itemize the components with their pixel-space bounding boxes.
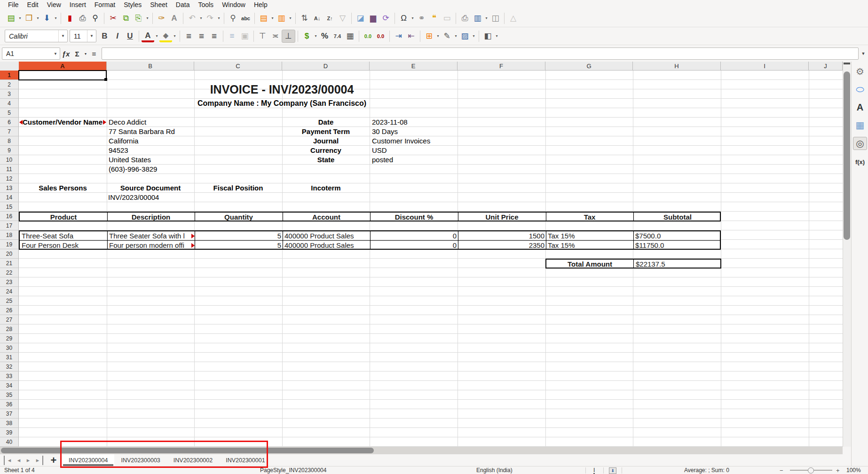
row-header[interactable]: 15 (0, 202, 19, 212)
print-area-icon[interactable]: ⎙ (458, 12, 471, 24)
row-header[interactable]: 29 (0, 334, 19, 343)
line2-subtotal-cell[interactable]: $11750.0 (635, 241, 664, 250)
fiscal-position-header-cell[interactable]: Fiscal Position (194, 183, 282, 193)
align-center-icon[interactable]: ≡ (195, 30, 208, 42)
column-header[interactable]: B (107, 62, 194, 71)
customer-street-cell[interactable]: 77 Santa Barbara Rd (109, 127, 175, 136)
delete-decimal-icon[interactable]: 0.0 (374, 30, 387, 42)
row-header[interactable]: 11 (0, 165, 19, 174)
row-header[interactable]: 1 (0, 71, 19, 80)
customer-phone-cell[interactable]: (603)-996-3829 (109, 165, 157, 174)
line1-unit-price-cell[interactable]: 1500 (458, 231, 544, 241)
row-header[interactable]: 26 (0, 306, 19, 315)
underline-icon[interactable]: U (124, 30, 136, 42)
formula-equals-icon[interactable]: = (88, 48, 100, 59)
row-header[interactable]: 13 (0, 183, 19, 193)
insert-column-icon[interactable]: ▥ (275, 12, 288, 24)
row-header[interactable]: 19 (0, 240, 19, 249)
menu-item[interactable]: Format (90, 0, 119, 9)
unit-price-header-cell[interactable]: Unit Price (458, 213, 546, 222)
line2-discount-cell[interactable]: 0 (370, 241, 457, 250)
customer-zip-cell[interactable]: 94523 (109, 146, 128, 155)
gallery-icon[interactable]: ▦ (853, 119, 867, 131)
previous-sheet-icon[interactable]: ◂ (14, 456, 24, 465)
font-name-dropdown-icon[interactable]: ▼ (58, 30, 67, 42)
invoice-title-cell[interactable]: INVOICE - INV/2023/00004 (106, 80, 458, 98)
column-header[interactable]: D (282, 62, 370, 71)
line2-tax-cell[interactable]: Tax 15% (548, 241, 575, 250)
state-value-cell[interactable]: posted (372, 155, 393, 165)
line1-tax-cell[interactable]: Tax 15% (548, 231, 575, 241)
border-color-icon[interactable]: ▨ (458, 30, 471, 42)
row-header[interactable]: 25 (0, 296, 19, 306)
undo-icon[interactable]: ↶ (186, 12, 198, 24)
autofilter-icon[interactable]: ▽ (336, 12, 349, 24)
line2-unit-price-cell[interactable]: 2350 (458, 241, 544, 250)
name-box[interactable]: A1 ▼ (2, 47, 60, 60)
menu-item[interactable]: Help (250, 0, 272, 9)
line1-subtotal-cell[interactable]: $7500.0 (635, 231, 661, 241)
source-document-value-cell[interactable]: INV/2023/00004 (108, 193, 159, 202)
sort-icon[interactable]: ⇅ (298, 12, 311, 24)
row-header[interactable]: 40 (0, 437, 19, 447)
row-header[interactable]: 39 (0, 428, 19, 437)
number-format-icon[interactable]: 7.4 (331, 30, 344, 42)
copy-icon[interactable]: ⧉ (119, 12, 132, 24)
menu-item[interactable]: View (43, 0, 65, 9)
spelling-icon[interactable]: abc (239, 12, 252, 24)
merge-cells-icon[interactable]: ▣ (238, 30, 251, 42)
column-header[interactable]: F (458, 62, 545, 71)
borders-dropdown[interactable]: ▾ (435, 30, 441, 42)
open-icon[interactable]: ❒ (23, 12, 35, 24)
vertical-scrollbar-thumb[interactable] (844, 71, 850, 240)
row-header[interactable]: 17 (0, 221, 19, 230)
description-header-cell[interactable]: Description (107, 213, 195, 222)
journal-label-cell[interactable]: Journal (282, 136, 370, 146)
select-all-corner[interactable] (0, 62, 19, 71)
subtotal-header-cell[interactable]: Subtotal (633, 213, 722, 222)
align-bottom-icon[interactable]: ⊥ (282, 30, 295, 43)
open-dropdown[interactable]: ▾ (35, 12, 40, 24)
column-header[interactable]: I (721, 62, 809, 71)
row-header[interactable]: 34 (0, 381, 19, 390)
insert-row-icon[interactable]: ▤ (257, 12, 270, 24)
row-header[interactable]: 21 (0, 259, 19, 268)
row-header[interactable]: 28 (0, 324, 19, 334)
row-header[interactable]: 8 (0, 136, 19, 146)
save-dropdown[interactable]: ▾ (53, 12, 58, 24)
freeze-panes-icon[interactable]: ▥ (471, 12, 484, 24)
font-color-dropdown[interactable]: ▾ (154, 30, 159, 42)
currency-format-icon[interactable]: $ (300, 30, 313, 42)
function-wizard-icon[interactable]: ƒx (60, 48, 71, 59)
new-icon[interactable]: ▤ (5, 12, 17, 24)
product-header-cell[interactable]: Product (20, 213, 107, 222)
row-header[interactable]: 18 (0, 230, 19, 240)
insert-chart-icon[interactable]: ▆ (367, 12, 379, 24)
line1-product-cell[interactable]: Three-Seat Sofa (22, 231, 73, 241)
styles-icon[interactable]: A (853, 101, 867, 113)
menu-item[interactable]: Insert (65, 0, 90, 9)
italic-icon[interactable]: I (111, 30, 124, 42)
properties-icon[interactable]: ⬭ (853, 83, 867, 95)
row-header[interactable]: 37 (0, 409, 19, 419)
percent-format-icon[interactable]: % (318, 30, 331, 42)
quantity-header-cell[interactable]: Quantity (195, 213, 283, 222)
row-header[interactable]: 9 (0, 146, 19, 155)
company-name-cell[interactable]: Company Name : My Company (San Francisco… (106, 99, 458, 108)
line1-description-cell[interactable]: Three Seater Sofa with l (109, 231, 190, 241)
document-modified-icon[interactable]: ⬇ (609, 467, 616, 474)
line2-account-cell[interactable]: 400000 Product Sales (284, 241, 354, 250)
border-style-icon[interactable]: ✎ (441, 30, 453, 42)
currency-format-dropdown[interactable]: ▾ (313, 30, 318, 42)
source-document-header-cell[interactable]: Source Document (107, 183, 194, 193)
row-header[interactable]: 3 (0, 89, 19, 99)
column-header[interactable]: E (370, 62, 458, 71)
next-sheet-icon[interactable]: ▸ (24, 456, 33, 465)
discount-header-cell[interactable]: Discount % (370, 213, 458, 222)
menu-item[interactable]: Styles (119, 0, 146, 9)
row-header[interactable]: 5 (0, 108, 19, 118)
row-header[interactable]: 7 (0, 127, 19, 136)
font-size-dropdown-icon[interactable]: ▼ (87, 30, 96, 42)
row-header[interactable]: 36 (0, 400, 19, 409)
wrap-text-icon[interactable]: ≡ (226, 30, 238, 42)
